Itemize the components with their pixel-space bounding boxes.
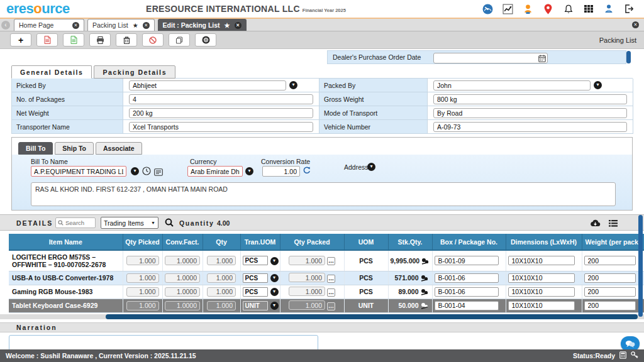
bill-to-name-input[interactable] bbox=[31, 166, 126, 177]
tab-general-details[interactable]: General Details bbox=[11, 65, 92, 79]
table-row[interactable]: USB-A to USB-C Converter-1978 PCS 571.00… bbox=[9, 271, 644, 285]
delete-button[interactable] bbox=[116, 33, 137, 47]
qty-input[interactable] bbox=[207, 273, 236, 283]
tab-bill-to[interactable]: Bill To bbox=[18, 142, 53, 155]
vehicle-number-input[interactable] bbox=[433, 122, 627, 132]
item-search-box[interactable] bbox=[55, 217, 96, 228]
add-button[interactable] bbox=[10, 33, 31, 47]
item-search-input[interactable] bbox=[65, 219, 93, 226]
logout-icon[interactable] bbox=[623, 4, 634, 14]
dimensions-input[interactable] bbox=[508, 301, 575, 310]
net-weight-input[interactable] bbox=[129, 108, 313, 118]
dimensions-input[interactable] bbox=[508, 256, 575, 265]
horizontal-scrollbar-thumb[interactable] bbox=[106, 314, 638, 319]
chevron-down-icon[interactable] bbox=[367, 163, 375, 171]
tab-edit-packing-list[interactable]: Edit : Packing List bbox=[158, 19, 247, 31]
qty-packed-input[interactable] bbox=[289, 287, 325, 296]
item-type-select[interactable]: Trading Items bbox=[101, 217, 158, 229]
close-tab-icon[interactable] bbox=[235, 22, 242, 29]
qty-packed-input[interactable] bbox=[289, 273, 325, 282]
chevron-down-icon[interactable] bbox=[270, 288, 279, 296]
search-lookup-icon[interactable] bbox=[165, 218, 174, 229]
box-package-input[interactable] bbox=[435, 256, 499, 265]
tabs-scroll-left-button[interactable] bbox=[1, 21, 10, 30]
qty-input[interactable] bbox=[207, 287, 236, 297]
cloud-download-icon[interactable] bbox=[590, 218, 601, 229]
copy-button[interactable] bbox=[169, 33, 190, 47]
chevron-down-icon[interactable] bbox=[270, 302, 279, 310]
calendar-icon[interactable] bbox=[538, 53, 546, 65]
dealer-po-date-input[interactable] bbox=[433, 53, 548, 63]
map-pin-icon[interactable] bbox=[543, 4, 553, 14]
weight-input[interactable] bbox=[584, 301, 636, 310]
picked-by-input[interactable] bbox=[129, 80, 286, 90]
grid-list-icon[interactable] bbox=[609, 218, 618, 229]
close-tab-icon[interactable] bbox=[143, 22, 150, 29]
mode-of-transport-input[interactable] bbox=[433, 108, 627, 118]
tran-uom-input[interactable] bbox=[243, 256, 268, 265]
chevron-down-icon[interactable] bbox=[245, 167, 253, 175]
chevron-down-icon[interactable] bbox=[289, 81, 297, 89]
conv-fact-input[interactable] bbox=[165, 273, 200, 283]
apps-grid-icon[interactable] bbox=[583, 4, 594, 14]
no-of-packages-input[interactable] bbox=[129, 94, 313, 104]
table-row-selected[interactable]: Tablet Keyboard Case-6929 UNIT 50.000 bbox=[9, 299, 644, 312]
user-profile-icon[interactable] bbox=[603, 4, 614, 14]
box-package-input[interactable] bbox=[435, 273, 499, 283]
transporter-name-input[interactable] bbox=[129, 122, 313, 132]
weight-input[interactable] bbox=[584, 256, 636, 265]
currency-input[interactable] bbox=[187, 166, 243, 177]
chevron-down-icon[interactable] bbox=[270, 274, 279, 282]
tran-uom-input[interactable] bbox=[243, 301, 268, 310]
tab-home-page[interactable]: Home Page bbox=[14, 19, 84, 31]
box-package-input[interactable] bbox=[435, 301, 499, 310]
qty-picked-input[interactable] bbox=[126, 256, 159, 265]
more-options-button[interactable] bbox=[327, 275, 335, 283]
key-icon[interactable] bbox=[631, 351, 638, 360]
weight-input[interactable] bbox=[584, 273, 636, 283]
tab-associate[interactable]: Associate bbox=[96, 142, 142, 155]
dashboard-icon[interactable] bbox=[482, 4, 493, 14]
qty-input[interactable] bbox=[207, 256, 236, 265]
qty-picked-input[interactable] bbox=[126, 287, 159, 297]
conv-fact-input[interactable] bbox=[165, 301, 200, 310]
qty-packed-input[interactable] bbox=[289, 300, 325, 310]
mascot-avatar-icon[interactable] bbox=[523, 4, 533, 14]
more-options-button[interactable] bbox=[327, 257, 335, 265]
settings-button[interactable] bbox=[195, 33, 216, 47]
cancel-button[interactable] bbox=[142, 33, 164, 47]
qty-picked-input[interactable] bbox=[126, 273, 159, 283]
export-pdf-button[interactable] bbox=[36, 33, 58, 47]
box-package-input[interactable] bbox=[435, 287, 499, 297]
chart-icon[interactable] bbox=[502, 4, 513, 14]
refresh-icon[interactable] bbox=[303, 166, 311, 177]
close-all-tabs-icon[interactable] bbox=[632, 21, 639, 28]
form-vertical-scrollbar-thumb[interactable] bbox=[626, 51, 631, 63]
weight-input[interactable] bbox=[584, 287, 636, 297]
print-button[interactable] bbox=[89, 33, 111, 47]
gross-weight-input[interactable] bbox=[433, 94, 627, 104]
table-horizontal-scrollbar[interactable] bbox=[0, 314, 644, 319]
conv-fact-input[interactable] bbox=[165, 287, 200, 297]
conv-fact-input[interactable] bbox=[165, 256, 200, 265]
tab-packing-details[interactable]: Packing Details bbox=[94, 65, 175, 79]
favorite-star-icon[interactable] bbox=[133, 22, 138, 29]
chevron-down-icon[interactable] bbox=[594, 81, 602, 89]
eresource-logo[interactable]: eresource bbox=[6, 1, 70, 17]
tab-ship-to[interactable]: Ship To bbox=[55, 142, 94, 155]
close-tab-icon[interactable] bbox=[72, 22, 79, 29]
conversion-rate-input[interactable] bbox=[262, 166, 300, 177]
table-row[interactable]: Gaming RGB Mouse-1983 PCS 89.000 bbox=[9, 285, 644, 299]
calculator-icon[interactable] bbox=[619, 351, 626, 360]
favorite-star-icon[interactable] bbox=[225, 22, 230, 29]
chevron-down-icon[interactable] bbox=[270, 257, 279, 265]
tran-uom-input[interactable] bbox=[243, 287, 268, 297]
more-options-button[interactable] bbox=[327, 288, 335, 297]
tran-uom-input[interactable] bbox=[243, 273, 268, 283]
qty-input[interactable] bbox=[207, 301, 236, 310]
dimensions-input[interactable] bbox=[508, 273, 575, 283]
packed-by-input[interactable] bbox=[433, 80, 591, 90]
history-clock-icon[interactable] bbox=[142, 167, 151, 178]
qty-picked-input[interactable] bbox=[126, 301, 159, 310]
export-excel-button[interactable] bbox=[63, 33, 84, 47]
